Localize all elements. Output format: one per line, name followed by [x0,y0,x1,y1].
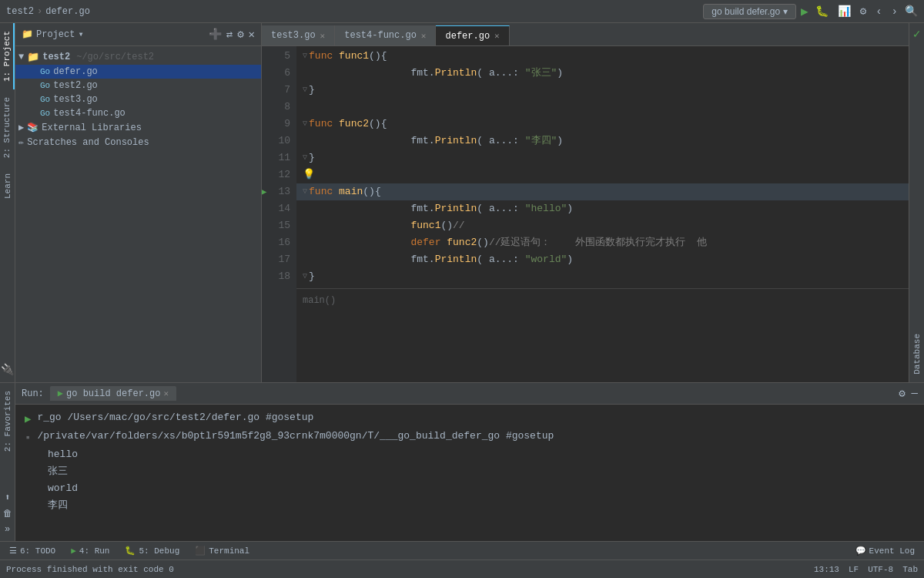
settings-icon[interactable]: ⚙ [237,28,243,41]
run-tab[interactable]: ▶ go build defer.go ✕ [50,386,176,401]
tree-item-scratches[interactable]: ✏️ Scratches and Consoles [15,135,261,150]
fold-18[interactable]: ▽ [303,268,307,285]
dot-1: . [429,65,435,82]
tree-item-test3[interactable]: Go test3.go [15,92,261,106]
indicator-2: ▪ [25,429,31,446]
brace-11: } [309,150,315,166]
tab-defer[interactable]: defer.go ✕ [436,25,509,45]
fn-println2: Println [435,133,477,150]
search-icon[interactable]: 🔍 [905,5,918,18]
cp10: ) [557,133,563,150]
build-button[interactable]: go build defer.go ▾ [703,4,796,19]
line-num-5: 5 [262,48,296,65]
line-num-8: 8 [262,99,296,116]
up-arrow-icon[interactable]: ⬆ [5,492,10,503]
toolbar-debug[interactable]: 🐛 5: Debug [119,544,186,557]
bulb-icon[interactable]: 💡 [303,166,315,183]
cp14: ) [567,200,573,217]
tab-test4-label: test4-func.go [344,30,417,41]
file-label-test4: test4-func.go [53,108,126,119]
editor-area: test3.go ✕ test4-func.go ✕ defer.go ✕ 5 … [262,23,909,382]
pkg-fmt2: fmt [410,133,428,150]
add-icon[interactable]: ➕ [209,28,222,41]
file-label-test2: test2.go [53,80,98,91]
sidebar-item-database[interactable]: Database [911,326,923,382]
fold-7[interactable]: ▽ [303,82,307,99]
coverage-icon[interactable]: 📊 [835,5,853,18]
build-dropdown-icon[interactable]: ▾ [783,6,788,17]
ellipsis2: ...: [495,133,525,150]
fn-println3: Println [435,200,477,217]
build-label: go build defer.go [711,6,780,17]
sidebar-item-project[interactable]: 1: Project [1,23,15,89]
tab-defer-close[interactable]: ✕ [494,31,500,41]
plugins-icon[interactable]: 🔌 [1,357,14,382]
debug-icon[interactable]: 🐛 [813,5,831,18]
console-text-2: /private/var/folders/xs/b0ptlr591m5f2g8_… [37,428,554,445]
indent-type[interactable]: Tab [902,565,918,574]
project-toolbar: ➕ ⇄ ⚙ ✕ [209,28,255,41]
console-line-6: 李四 [25,497,915,514]
status-right: 13:13 LF UTF-8 Tab [814,565,918,574]
external-arrow: ▶ [18,122,24,133]
sync-icon[interactable]: ⇄ [226,28,233,41]
go-file-icon-test3: Go [40,95,50,104]
breadcrumb-sep: › [37,6,42,17]
more-icon[interactable]: » [5,524,10,535]
line-num-10: 10 [262,133,296,150]
trash-icon[interactable]: 🗑 [3,508,12,519]
bottom-left-sidebar: 2: Favorites ⬆ 🗑 » [0,383,15,541]
scratches-icon: ✏️ [18,136,24,148]
tree-item-test4[interactable]: Go test4-func.go [15,106,261,120]
root-path: ~/go/src/test2 [76,52,154,62]
file-label-test3: test3.go [53,94,98,105]
toolbar-run[interactable]: ▶ 4: Run [65,544,116,557]
param-a3: a [489,200,495,217]
brace-18: } [309,268,315,285]
indicator-1: ▶ [25,411,31,428]
breadcrumb-project[interactable]: test2 [6,6,34,17]
sidebar-item-structure[interactable]: 2: Structure [1,89,15,166]
code-editor[interactable]: 5 6 7 8 9 10 11 12 ▶13 14 15 16 17 18 ▽ [262,46,909,382]
exit-message: Process finished with exit code 0 [6,565,174,574]
console-output: ▶ r_go /Users/mac/go/src/test2/defer.go … [15,405,924,541]
close-panel-icon[interactable]: ✕ [249,28,255,41]
project-title: 📁 Project ▾ [22,29,84,40]
tab-test3-close[interactable]: ✕ [320,31,326,41]
tree-item-test2[interactable]: Go test2.go [15,79,261,92]
console-line-2: ▪ /private/var/folders/xs/b0ptlr591m5f2g… [25,428,915,446]
toolbar-todo[interactable]: ☰ 6: TODO [3,544,62,557]
code-content[interactable]: ▽ func func1(){ fmt.Println( a...: "张三")… [296,46,909,382]
line-ending[interactable]: LF [849,565,859,574]
bottom-tab-favorites[interactable]: 2: Favorites [2,383,14,459]
run-icon[interactable]: ▶ [801,4,808,19]
go-file-icon-defer: Go [40,67,50,76]
external-label: External Libraries [42,123,142,133]
tab-test4[interactable]: test4-func.go ✕ [335,25,436,45]
tree-item-external[interactable]: ▶ 📚 External Libraries [15,120,261,135]
code-line-10: fmt.Println( a...: "李四") [296,133,909,150]
settings-run-icon[interactable]: ⚙ [899,387,905,400]
fold-11[interactable]: ▽ [303,150,307,166]
tree-root[interactable]: ▼ 📁 test2 ~/go/src/test2 [15,49,261,65]
charset[interactable]: UTF-8 [868,565,893,574]
arrow-right-icon[interactable]: › [889,5,900,18]
event-log-icon: 💬 [855,546,866,556]
dropdown-icon[interactable]: ▾ [78,29,83,40]
cursor-position[interactable]: 13:13 [814,565,839,574]
tab-test4-close[interactable]: ✕ [421,31,427,41]
minimize-run-icon[interactable]: — [912,387,918,400]
p17: ( [477,251,489,268]
learn-icon[interactable]: Learn [2,166,14,207]
fn-println1: Println [435,65,477,82]
breadcrumb-file[interactable]: defer.go [45,6,90,17]
project-panel: 📁 Project ▾ ➕ ⇄ ⚙ ✕ ▼ 📁 test2 ~/go/src/t… [15,23,262,382]
toolbar-event-log[interactable]: 💬 Event Log [849,544,921,557]
run-tab-close[interactable]: ✕ [163,388,169,398]
more-actions-icon[interactable]: ⚙ [858,5,869,18]
tab-test3[interactable]: test3.go ✕ [262,25,335,45]
arrow-left-icon[interactable]: ‹ [873,5,884,18]
tree-item-defer[interactable]: Go defer.go [15,65,261,79]
toolbar-terminal[interactable]: ⬛ Terminal [189,544,256,557]
main-content: 1: Project 2: Structure Learn 🔌 📁 Projec… [0,23,924,382]
